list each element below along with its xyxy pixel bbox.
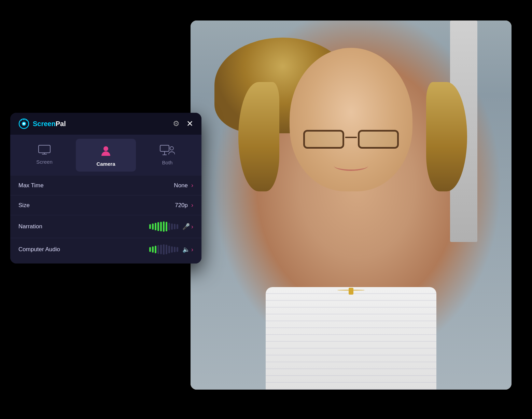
svg-point-9 [103, 146, 108, 151]
size-label: Size [18, 202, 175, 209]
meter-bar-2 [155, 246, 156, 253]
svg-rect-6 [39, 145, 50, 153]
app-logo-icon [18, 118, 29, 129]
setting-computer-audio[interactable]: Computer Audio 🔈 › [10, 238, 201, 261]
meter-bar-7 [168, 246, 170, 253]
meter-bar-10 [177, 224, 178, 229]
meter-bar-1 [152, 246, 154, 253]
mode-tabs: Screen Camera Both [10, 135, 201, 176]
size-chevron: › [191, 202, 193, 209]
tab-both-label: Both [162, 160, 173, 165]
screen-icon [38, 145, 51, 156]
logo-area: ScreenPal [18, 118, 66, 129]
size-value: 720p [175, 202, 188, 209]
meter-bar-10 [177, 247, 178, 252]
both-icon [160, 145, 175, 157]
svg-rect-10 [160, 145, 169, 151]
tab-screen[interactable]: Screen [14, 139, 74, 172]
setting-max-time[interactable]: Max Time None › [10, 176, 201, 195]
max-time-label: Max Time [18, 182, 174, 189]
meter-bar-5 [163, 244, 165, 255]
svg-point-13 [170, 147, 173, 150]
meter-bar-8 [171, 246, 173, 253]
setting-size[interactable]: Size 720p › [10, 195, 201, 215]
max-time-value: None [174, 182, 188, 189]
meter-bar-6 [166, 245, 167, 254]
meter-bar-8 [171, 224, 173, 230]
meter-bar-0 [149, 224, 151, 229]
meter-bar-3 [157, 245, 159, 254]
meter-bar-3 [157, 222, 159, 231]
tab-camera-label: Camera [96, 161, 115, 167]
computer-audio-meter [149, 244, 178, 255]
settings-section: Max Time None › Size 720p › Narration 🎤 … [10, 176, 201, 263]
panel-header: ScreenPal ⚙ ✕ [10, 113, 201, 135]
narration-meter [149, 221, 178, 232]
microphone-icon: 🎤 [182, 223, 190, 230]
setting-narration[interactable]: Narration 🎤 › [10, 215, 201, 238]
meter-bar-7 [168, 223, 170, 230]
camera-background [191, 21, 512, 390]
meter-bar-9 [174, 247, 176, 252]
computer-audio-label: Computer Audio [18, 246, 149, 253]
header-icons: ⚙ ✕ [173, 120, 193, 128]
tab-both[interactable]: Both [137, 139, 197, 172]
app-title: ScreenPal [33, 120, 66, 128]
meter-bar-5 [163, 221, 165, 232]
meter-bar-9 [174, 224, 176, 229]
narration-chevron: › [191, 223, 193, 230]
meter-bar-4 [160, 222, 162, 231]
svg-point-2 [23, 123, 25, 125]
meter-bar-1 [152, 224, 154, 230]
max-time-chevron: › [191, 182, 193, 189]
close-button[interactable]: ✕ [186, 120, 193, 128]
meter-bar-6 [166, 222, 167, 231]
tab-camera[interactable]: Camera [76, 139, 136, 172]
settings-button[interactable]: ⚙ [173, 120, 180, 127]
speaker-icon: 🔈 [182, 246, 190, 253]
narration-label: Narration [18, 223, 149, 230]
computer-audio-chevron: › [191, 246, 193, 253]
camera-person-icon [100, 145, 112, 158]
meter-bar-4 [160, 245, 162, 254]
meter-bar-2 [155, 223, 156, 230]
meter-bar-0 [149, 247, 151, 252]
tab-screen-label: Screen [36, 159, 53, 165]
recorder-panel: ScreenPal ⚙ ✕ Screen [10, 113, 201, 263]
